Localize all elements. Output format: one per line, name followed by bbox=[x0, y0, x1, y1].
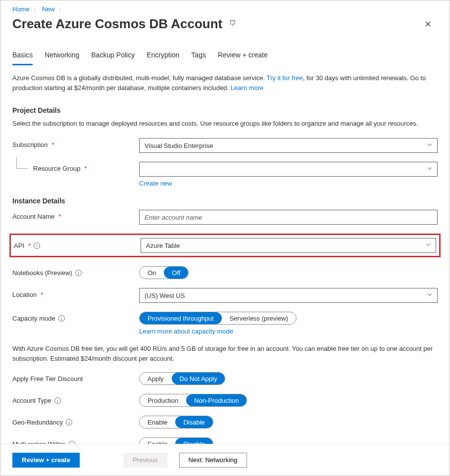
project-details-sub: Select the subscription to manage deploy… bbox=[12, 119, 438, 128]
api-label: API* i bbox=[14, 242, 141, 249]
create-new-rg-link[interactable]: Create new bbox=[139, 180, 172, 187]
tab-backup-policy[interactable]: Backup Policy bbox=[91, 48, 135, 65]
multi-region-label: Multi-region Writes i bbox=[12, 437, 139, 444]
capacity-learn-more-link[interactable]: Learn more about capacity mode bbox=[139, 328, 233, 335]
learn-more-link[interactable]: Learn more bbox=[231, 84, 263, 92]
capacity-mode-toggle[interactable]: Provisioned throughput Serverless (previ… bbox=[139, 312, 297, 325]
breadcrumb-new[interactable]: New bbox=[42, 5, 55, 13]
tab-networking[interactable]: Networking bbox=[45, 48, 79, 65]
free-tier-label: Apply Free Tier Discount bbox=[12, 372, 139, 382]
chevron-right-icon: 〉 bbox=[33, 7, 38, 12]
do-not-apply-option[interactable]: Do Not Apply bbox=[172, 373, 225, 384]
multi-disable-option[interactable]: Disable bbox=[175, 438, 212, 444]
info-icon[interactable]: i bbox=[58, 315, 65, 322]
subscription-select[interactable]: Visual Studio Enterprise bbox=[139, 138, 438, 153]
notebooks-off-option[interactable]: Off bbox=[164, 267, 188, 279]
close-icon[interactable]: ✕ bbox=[422, 17, 434, 32]
review-create-button[interactable]: Review + create bbox=[12, 453, 80, 468]
content-scroll-area[interactable]: Basics Networking Backup Policy Encrypti… bbox=[0, 43, 450, 444]
multi-enable-option[interactable]: Enable bbox=[140, 438, 175, 444]
tab-encryption[interactable]: Encryption bbox=[147, 48, 179, 65]
capacity-mode-label: Capacity mode i bbox=[12, 312, 139, 322]
serverless-option[interactable]: Serverless (preview) bbox=[222, 312, 296, 324]
api-select[interactable]: Azure Table bbox=[141, 238, 436, 253]
svg-rect-0 bbox=[231, 21, 235, 24]
breadcrumb: Home 〉 New 〉 bbox=[0, 0, 450, 16]
free-tier-description: With Azure Cosmos DB free tier, you will… bbox=[12, 344, 438, 363]
tab-tags[interactable]: Tags bbox=[191, 48, 206, 65]
resource-group-select[interactable] bbox=[139, 162, 438, 177]
production-option[interactable]: Production bbox=[140, 394, 186, 406]
location-select[interactable]: (US) West US bbox=[139, 288, 438, 303]
account-type-label: Account Type i bbox=[12, 394, 139, 404]
subscription-label: Subscription* bbox=[12, 138, 139, 148]
tab-bar: Basics Networking Backup Policy Encrypti… bbox=[12, 48, 438, 65]
tree-line-icon bbox=[16, 157, 28, 169]
location-label: Location* bbox=[12, 288, 139, 298]
info-icon[interactable]: i bbox=[54, 397, 61, 404]
geo-disable-option[interactable]: Disable bbox=[175, 416, 212, 428]
notebooks-toggle[interactable]: On Off bbox=[139, 266, 189, 279]
info-icon[interactable]: i bbox=[34, 242, 40, 249]
tab-review[interactable]: Review + create bbox=[218, 48, 268, 65]
non-production-option[interactable]: Non-Production bbox=[186, 394, 247, 406]
tab-basics[interactable]: Basics bbox=[12, 48, 33, 65]
free-tier-toggle[interactable]: Apply Do Not Apply bbox=[139, 372, 225, 385]
info-icon[interactable]: i bbox=[66, 419, 72, 426]
account-name-input[interactable]: Enter account name bbox=[139, 210, 438, 225]
previous-button: Previous bbox=[123, 453, 167, 468]
geo-redundancy-toggle[interactable]: Enable Disable bbox=[139, 416, 213, 428]
api-row-highlight: API* i Azure Table bbox=[9, 234, 441, 257]
geo-enable-option[interactable]: Enable bbox=[140, 416, 175, 428]
next-button[interactable]: Next: Networking bbox=[179, 453, 247, 468]
chevron-right-icon: 〉 bbox=[59, 7, 64, 12]
account-name-label: Account Name* bbox=[12, 210, 139, 220]
try-free-link[interactable]: Try it for free bbox=[267, 74, 303, 82]
project-details-heading: Project Details bbox=[12, 106, 438, 114]
footer-bar: Review + create Previous Next: Networkin… bbox=[0, 444, 450, 476]
pin-icon[interactable] bbox=[229, 20, 236, 28]
notebooks-label: Notebooks (Preview) i bbox=[12, 266, 139, 277]
account-type-toggle[interactable]: Production Non-Production bbox=[139, 394, 247, 407]
instance-details-heading: Instance Details bbox=[12, 197, 438, 205]
intro-text: Azure Cosmos DB is a globally distribute… bbox=[12, 73, 438, 93]
geo-redundancy-label: Geo-Redundancy i bbox=[12, 416, 139, 426]
breadcrumb-home[interactable]: Home bbox=[12, 5, 30, 13]
page-title: Create Azure Cosmos DB Account bbox=[12, 16, 222, 32]
notebooks-on-option[interactable]: On bbox=[140, 267, 164, 279]
info-icon[interactable]: i bbox=[75, 270, 82, 276]
apply-option[interactable]: Apply bbox=[140, 373, 172, 384]
resource-group-label: Resource Group* bbox=[12, 162, 139, 172]
multi-region-toggle[interactable]: Enable Disable bbox=[139, 437, 213, 444]
provisioned-option[interactable]: Provisioned throughput bbox=[140, 312, 222, 324]
